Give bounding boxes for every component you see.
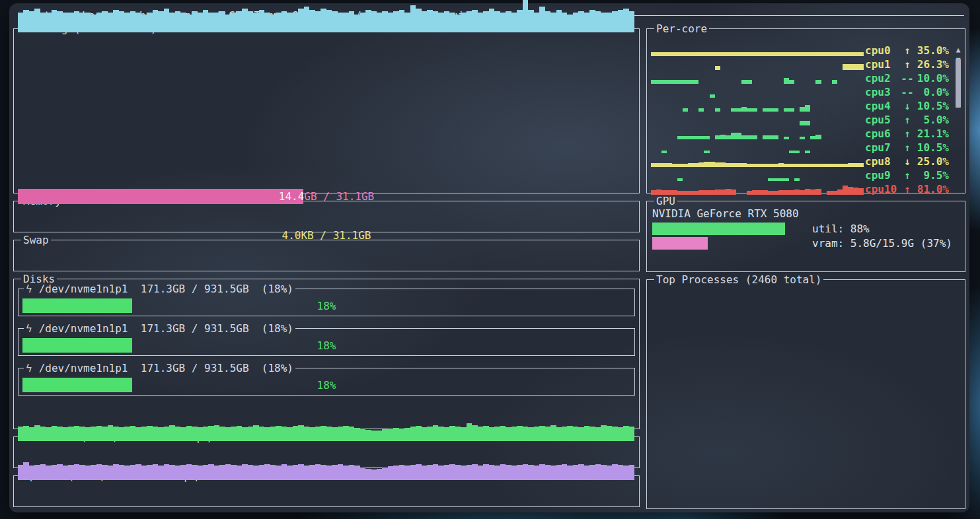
chart-bar xyxy=(506,465,511,480)
chart-bar xyxy=(365,430,371,441)
sparkline-column xyxy=(736,133,741,139)
chart-bar xyxy=(113,10,118,32)
sparkline-column xyxy=(815,164,821,167)
sparkline-column xyxy=(656,163,661,167)
sparkline-column xyxy=(800,190,805,195)
chart-bar xyxy=(338,427,343,441)
disk-item: ϟ/dev/nvme1n1p1 171.3GB / 931.5GB (18%) … xyxy=(18,364,635,396)
chart-bar xyxy=(135,427,141,441)
sparkline-column xyxy=(858,64,864,70)
sparkline-column xyxy=(715,66,720,70)
percore-label: cpu2--10.0% xyxy=(865,71,949,85)
sparkline-column xyxy=(731,52,736,56)
chart-bar xyxy=(282,427,287,441)
chart-bar xyxy=(57,464,62,480)
sparkline-column xyxy=(726,163,731,167)
chart-bar xyxy=(545,465,550,480)
chart-bar xyxy=(108,425,113,441)
sparkline-column xyxy=(667,80,672,84)
chart-bar xyxy=(550,466,556,480)
chart-bar xyxy=(225,427,231,441)
chart-bar xyxy=(354,428,359,441)
lightning-icon: ϟ xyxy=(26,322,32,335)
sparkline-column xyxy=(805,121,810,125)
chart-bar xyxy=(158,11,163,32)
chart-bar xyxy=(589,465,595,480)
top-processes-panel: Top Processes (2460 total) PIDNameCPU %M… xyxy=(646,275,965,509)
chart-bar xyxy=(287,427,292,441)
chart-bar xyxy=(293,13,298,32)
chart-bar xyxy=(343,466,348,480)
sparkline-column xyxy=(763,190,768,195)
sparkline-column xyxy=(693,136,698,139)
percore-sparkline xyxy=(651,71,864,85)
chart-bar xyxy=(164,9,169,32)
percore-row: cpu1↑26.3% xyxy=(651,57,949,71)
sparkline-column xyxy=(688,52,693,56)
chart-bar xyxy=(270,427,276,441)
chart-bar xyxy=(153,464,158,480)
sparkline-column xyxy=(778,163,784,167)
chart-bar xyxy=(422,11,427,32)
chart-bar xyxy=(186,426,192,441)
chart-bar xyxy=(304,7,309,32)
chart-bar xyxy=(198,466,203,480)
chart-bar xyxy=(449,13,455,32)
sparkline-column xyxy=(677,178,683,181)
chart-bar xyxy=(388,429,393,441)
chart-bar xyxy=(399,429,404,441)
chart-bar xyxy=(506,11,511,32)
sparkline-column xyxy=(858,52,864,56)
sparkline-column xyxy=(843,52,848,56)
right-column: Per-core cpu0↑35.0%cpu1↑26.3%cpu2--10.0%… xyxy=(646,24,965,509)
chart-bar xyxy=(556,427,562,441)
chart-bar xyxy=(399,10,404,32)
chart-bar xyxy=(96,426,102,441)
sparkline-column xyxy=(789,190,794,195)
chart-bar xyxy=(489,9,494,32)
chart-bar xyxy=(601,465,606,480)
chart-bar xyxy=(225,464,231,480)
chart-bar xyxy=(46,427,51,441)
sparkline-column xyxy=(726,135,731,139)
chart-bar xyxy=(219,427,225,441)
sparkline-column xyxy=(784,137,789,139)
upload-chart xyxy=(18,462,635,480)
sparkline-column xyxy=(736,163,741,167)
disk-gauge-fill: 18% xyxy=(22,378,132,392)
scroll-up-arrow[interactable]: ▲ xyxy=(956,46,961,53)
sparkline-column xyxy=(747,191,752,195)
chart-bar xyxy=(74,11,79,32)
percore-sparkline xyxy=(651,127,864,141)
chart-bar xyxy=(113,464,118,480)
chart-bar xyxy=(528,465,533,480)
chart-bar xyxy=(523,0,528,32)
chart-bar xyxy=(130,426,135,441)
chart-bar xyxy=(517,426,522,441)
chart-bar xyxy=(578,11,584,32)
chart-bar xyxy=(623,9,628,32)
sparkline-column xyxy=(773,135,778,139)
chart-bar xyxy=(427,427,432,441)
chart-bar xyxy=(562,427,567,441)
lightning-icon: ϟ xyxy=(26,362,32,374)
chart-bar xyxy=(612,11,617,32)
cpu-avg-chart xyxy=(18,0,635,32)
sparkline-column xyxy=(773,164,778,167)
chart-bar xyxy=(449,464,455,480)
sparkline-column xyxy=(656,190,661,195)
sparkline-column xyxy=(747,52,752,56)
chart-bar xyxy=(309,427,315,441)
core-usage-value: 10.5% xyxy=(915,141,949,155)
percore-sparkline xyxy=(651,141,864,155)
chart-bar xyxy=(500,426,506,441)
sparkline-column xyxy=(763,135,768,139)
chart-bar xyxy=(478,13,483,32)
percore-row: cpu9↑9.5% xyxy=(651,168,949,182)
sparkline-column xyxy=(693,163,698,167)
chart-bar xyxy=(472,10,477,32)
scrollbar-thumb[interactable] xyxy=(956,59,961,108)
chart-bar xyxy=(40,13,46,32)
chart-bar xyxy=(573,13,578,32)
chart-bar xyxy=(393,466,398,480)
